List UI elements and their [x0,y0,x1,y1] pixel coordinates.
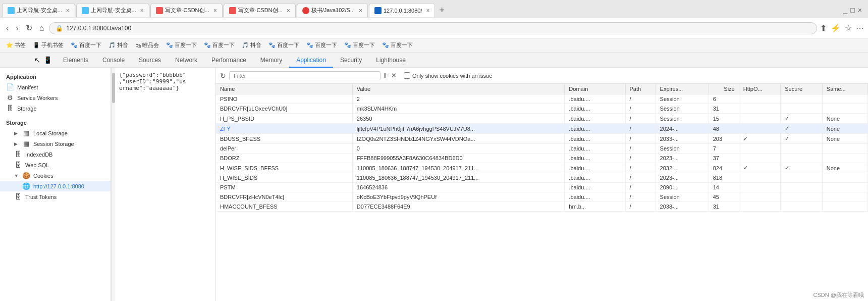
forward-button[interactable]: › [14,22,20,35]
minimize-icon[interactable]: ⎯ [843,6,847,14]
table-row[interactable]: HMACCOUNT_BFESSD077ECE3488F64E9hm.b.../2… [216,202,868,212]
tab-4-title: 写文章-CSDN创... [238,7,283,14]
sidebar-item-indexeddb-label: IndexedDB [25,152,52,158]
bookmark-label-3: 百度一下 [79,41,101,49]
tab-4-close[interactable]: × [287,7,290,14]
bookmark-item-5[interactable]: 🛍 唯品会 [133,40,161,50]
tab-3-close[interactable]: × [213,7,217,14]
manifest-icon: 📄 [6,83,14,91]
table-row[interactable]: BDUSS_BFESSIZOQ0s2NTZ3SHNDb1Z4NGYxSW44VD… [216,134,868,144]
json-panel: {"password":"bbbbbb" ,"userID":"9999","u… [115,68,216,301]
table-row[interactable]: PSINO2.baidu..../Session6 [216,94,868,104]
tab-3[interactable]: 写文章-CSDN创... × [150,3,223,17]
cookie-toolbar: ↻ ⊫ ✕ Only show cookies with an issue [216,68,868,84]
close-window-icon[interactable]: × [858,6,862,14]
sidebar-section-application: Application [0,72,111,82]
content-area: ↻ ⊫ ✕ Only show cookies with an issue Na… [216,68,868,301]
more-icon[interactable]: ⋯ [856,23,864,33]
maximize-icon[interactable]: □ [850,6,854,14]
table-row[interactable]: delPer0.baidu..../Session7 [216,144,868,154]
tab-4[interactable]: 写文章-CSDN创... × [224,3,296,17]
star-icon[interactable]: ☆ [845,23,852,33]
table-row[interactable]: PSTM1646524836.baidu..../2090-...14 [216,183,868,192]
sidebar-item-indexeddb[interactable]: 🗄 IndexedDB [0,149,111,160]
sidebar-item-service-workers[interactable]: ⚙ Service Workers [0,92,111,103]
bookmark-item-2[interactable]: 📱 手机书签 [31,40,66,50]
bookmark-label-10: 百度一下 [315,41,337,49]
tab-elements[interactable]: Elements [56,53,95,68]
sidebar-item-storage[interactable]: 🗄 Storage [0,103,111,114]
bookmark-item-9[interactable]: 🐾 百度一下 [266,40,301,50]
bookmark-item-8[interactable]: 🎵 抖音 [240,40,263,50]
tab-network[interactable]: Network [168,53,204,68]
sidebar-scrollbar[interactable] [111,68,115,301]
tab-6[interactable]: 127.0.0.1:8080/ × [369,3,435,17]
table-row[interactable]: H_WISE_SIDS110085_180636_188747_194530_2… [216,173,868,183]
bookmark-item-7[interactable]: 🐾 百度一下 [202,40,237,50]
col-header-name: Name [216,84,352,94]
url-bar[interactable]: 🔒 127.0.0.1:8080/Java100 [49,22,817,34]
bookmark-item-3[interactable]: 🐾 百度一下 [69,40,103,50]
tab-6-close[interactable]: × [426,7,429,14]
home-button[interactable]: ⌂ [37,22,46,35]
tab-lighthouse[interactable]: Lighthouse [369,53,413,68]
address-bar: ‹ › ↻ ⌂ 🔒 127.0.0.1:8080/Java100 ⬆ ⚡ ☆ ⋯ [0,18,868,38]
collapse-arrow-session: ▶ [14,141,19,146]
tab-1-favicon [8,7,15,14]
sidebar-item-cookies-local[interactable]: 🌐 http://127.0.0.1:8080 [0,181,111,191]
reload-button[interactable]: ↻ [24,21,34,35]
back-button[interactable]: ‹ [4,22,11,35]
tab-2-close[interactable]: × [140,7,144,14]
bookmark-item-6[interactable]: 🐾 百度一下 [164,40,199,50]
bookmark-item-10[interactable]: 🐾 百度一下 [304,40,339,50]
table-row[interactable]: BDRCVFR[uLGxeeVChU0]mk3SLVN4HKm.baidu...… [216,104,868,114]
bookmark-star-icon: ⭐ [6,42,13,48]
col-header-same: Same... [822,84,867,94]
sidebar-item-manifest[interactable]: 📄 Manifest [0,82,111,92]
lightning-icon[interactable]: ⚡ [831,23,841,33]
refresh-cookies-button[interactable]: ↻ [220,72,226,80]
tab-1-close[interactable]: × [66,7,70,14]
sidebar-item-session-storage[interactable]: ▶ ▦ Session Storage [0,138,111,149]
tab-performance[interactable]: Performance [204,53,253,68]
tab-sources[interactable]: Sources [132,53,168,68]
sidebar-item-trust-tokens[interactable]: 🗄 Trust Tokens [0,191,111,202]
sidebar-item-cookies[interactable]: ▼ 🍪 Cookies [0,170,111,181]
sidebar: Application 📄 Manifest ⚙ Service Workers… [0,68,111,301]
tab-5-close[interactable]: × [359,7,362,14]
tab-security[interactable]: Security [333,53,369,68]
col-header-secure: Secure [781,84,823,94]
bookmark-shop-icon: 🛍 [135,42,141,48]
sidebar-item-local-storage[interactable]: ▶ ▦ Local Storage [0,128,111,138]
bookmark-label-8: 抖音 [250,41,261,49]
tab-2[interactable]: 上网导航-安全桌... × [76,3,149,17]
bookmark-item-12[interactable]: 🐾 百度一下 [380,40,415,50]
new-tab-button[interactable]: + [436,5,448,16]
clear-filter-icon[interactable]: ✕ [391,72,397,79]
tab-console[interactable]: Console [95,53,132,68]
tab-memory[interactable]: Memory [253,53,289,68]
table-row[interactable]: BDORZFFFB88E999055A3F8A630C64834BD6D0.ba… [216,154,868,163]
filter-icon[interactable]: ⊫ [384,72,389,79]
bookmark-item-11[interactable]: 🐾 百度一下 [342,40,377,50]
sidebar-section-storage: Storage [0,118,111,128]
table-row[interactable]: H_WISE_SIDS_BFESS110085_180636_188747_19… [216,163,868,173]
cursor-icon[interactable]: ↖ [34,56,40,64]
bookmark-item-4[interactable]: 🎵 抖音 [106,40,130,50]
cookie-filter-checkbox[interactable] [404,72,410,79]
table-row[interactable]: BDRCVFR[zHcVN0eT4Ic]oKcBoE3YbFtpvd9pyV9Q… [216,192,868,202]
sidebar-item-web-sql[interactable]: 🗄 Web SQL [0,160,111,170]
share-icon[interactable]: ⬆ [820,23,827,33]
security-icon: 🔒 [56,25,63,32]
tab-1[interactable]: 上网导航-安全桌... × [2,3,75,17]
table-row[interactable]: H_PS_PSSID26350.baidu..../Session15✓None [216,114,868,124]
cookie-table: Name Value Domain Path Expires... Size H… [216,84,868,212]
address-actions: ⬆ ⚡ ☆ ⋯ [820,23,864,33]
bookmark-item-1[interactable]: ⭐ 书签 [4,40,28,50]
col-header-httpo: HttpO... [739,84,780,94]
filter-input[interactable] [229,71,381,80]
tab-5[interactable]: 极书/Java102/S... × [297,3,368,17]
table-row[interactable]: ZFYljftcfpV4P1uNPh0jiF7nA6jvhggPS48VUJV7… [216,124,868,134]
mobile-icon[interactable]: 📱 [43,56,52,64]
tab-application[interactable]: Application [289,53,333,68]
